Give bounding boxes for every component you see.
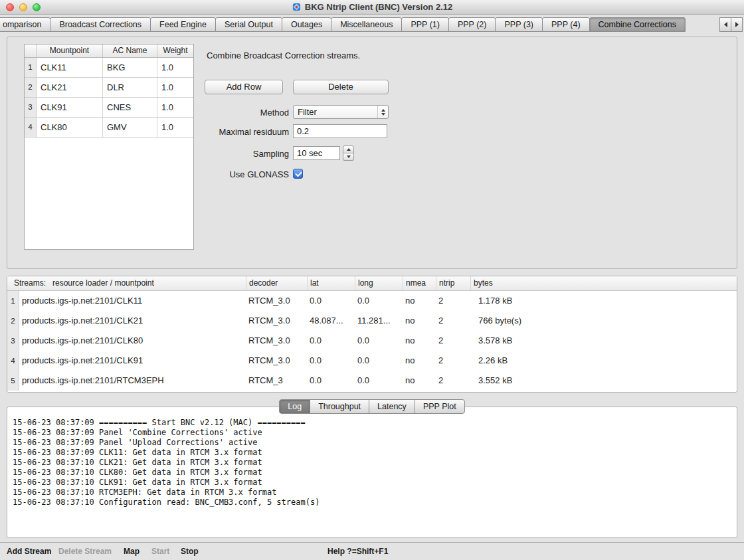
- stream-ntrip-cell: 2: [436, 351, 470, 371]
- log-line: 15-06-23 08:37:09 Panel 'Combine Correct…: [13, 428, 731, 438]
- app-icon: [292, 2, 302, 12]
- close-window-button[interactable]: [6, 3, 14, 11]
- stream-decoder-cell: RTCM_3: [246, 371, 307, 391]
- spin-up-button[interactable]: [343, 145, 354, 153]
- mountpoint-table-body: 1 CLK11 BKG 1.0 2 CLK21 DLR 1.0 3 CLK91 …: [25, 58, 193, 138]
- column-header-bytes[interactable]: bytes: [471, 276, 737, 290]
- column-header-lat[interactable]: lat: [308, 276, 355, 290]
- method-selected-value: Filter: [294, 107, 377, 117]
- log-line: 15-06-23 08:37:10 RTCM3EPH: Get data in …: [13, 488, 731, 498]
- weight-cell: 1.0: [157, 98, 193, 117]
- delete-stream-button: Delete Stream: [58, 543, 112, 560]
- tab-ppp-1[interactable]: PPP (1): [401, 17, 449, 32]
- stream-nmea-cell: no: [403, 371, 436, 391]
- tab-latency[interactable]: Latency: [369, 399, 415, 414]
- corner-header: [25, 45, 37, 57]
- stream-mountpoint-cell: products.igs-ip.net:2101/CLK80: [19, 331, 246, 351]
- row-number: 2: [25, 78, 37, 97]
- tab-ppp-plot[interactable]: PPP Plot: [415, 399, 465, 414]
- column-header-ac-name[interactable]: AC Name: [103, 45, 157, 57]
- spin-down-button[interactable]: [343, 153, 354, 161]
- stream-bytes-cell: 1.178 kB: [470, 291, 737, 311]
- table-row[interactable]: 1 products.igs-ip.net:2101/CLK11 RTCM_3.…: [7, 291, 737, 311]
- row-number: 3: [25, 98, 37, 117]
- column-header-decoder[interactable]: decoder: [246, 276, 308, 290]
- stream-bytes-cell: 766 byte(s): [470, 311, 737, 331]
- use-glonass-checkbox[interactable]: [293, 169, 303, 179]
- column-header-mountpoint[interactable]: Mountpoint: [37, 45, 103, 57]
- delete-button[interactable]: Delete: [293, 80, 389, 94]
- stream-nmea-cell: no: [403, 311, 436, 331]
- ac-name-cell: BKG: [103, 58, 157, 77]
- table-row[interactable]: 4 products.igs-ip.net:2101/CLK91 RTCM_3.…: [7, 351, 737, 371]
- tab-ppp-3[interactable]: PPP (3): [495, 17, 543, 32]
- mountpoint-cell: CLK91: [37, 98, 103, 117]
- table-row[interactable]: 5 products.igs-ip.net:2101/RTCM3EPH RTCM…: [7, 371, 737, 391]
- panel-description: Combine Broadcast Correction streams.: [207, 50, 360, 60]
- row-number: 1: [7, 291, 19, 311]
- mountpoint-table-header: Mountpoint AC Name Weight: [25, 45, 193, 58]
- zoom-window-button[interactable]: [33, 3, 41, 11]
- table-row[interactable]: 2 products.igs-ip.net:2101/CLK21 RTCM_3.…: [7, 311, 737, 331]
- sampling-label: Sampling: [205, 147, 289, 161]
- table-row[interactable]: 3 products.igs-ip.net:2101/CLK80 RTCM_3.…: [7, 331, 737, 351]
- tab-combine-corrections[interactable]: Combine Corrections: [589, 17, 686, 32]
- tab-miscellaneous[interactable]: Miscellaneous: [331, 17, 402, 32]
- log-line: 15-06-23 08:37:10 Configuration read: BN…: [13, 498, 731, 508]
- streams-table-body: 1 products.igs-ip.net:2101/CLK11 RTCM_3.…: [7, 291, 737, 391]
- table-row[interactable]: 4 CLK80 GMV 1.0: [25, 118, 193, 138]
- table-row[interactable]: 2 CLK21 DLR 1.0: [25, 78, 193, 98]
- sampling-input[interactable]: [293, 146, 340, 160]
- stream-decoder-cell: RTCM_3.0: [246, 311, 307, 331]
- ac-name-cell: GMV: [103, 118, 157, 137]
- column-header-ntrip[interactable]: ntrip: [436, 276, 471, 290]
- method-label: Method: [205, 106, 289, 120]
- stream-long-cell: 0.0: [355, 331, 403, 351]
- add-stream-button[interactable]: Add Stream: [7, 543, 51, 560]
- log-line: 15-06-23 08:37:09 CLK11: Get data in RTC…: [13, 448, 731, 458]
- map-button[interactable]: Map: [124, 543, 140, 560]
- stream-decoder-cell: RTCM_3.0: [246, 331, 307, 351]
- tab-scroll-left-button[interactable]: [719, 17, 731, 32]
- spin-up-icon: [347, 148, 351, 151]
- mountpoint-cell: CLK21: [37, 78, 103, 97]
- maximal-residuum-label: Maximal residuum: [205, 125, 289, 139]
- tab-broadcast-corrections[interactable]: Broadcast Corrections: [50, 17, 151, 32]
- help-shortcut-label: Help ?=Shift+F1: [327, 543, 388, 560]
- tab-serial-output[interactable]: Serial Output: [215, 17, 282, 32]
- tab-outages[interactable]: Outages: [282, 17, 331, 32]
- stream-mountpoint-cell: products.igs-ip.net:2101/CLK21: [19, 311, 246, 331]
- column-header-nmea[interactable]: nmea: [403, 276, 436, 290]
- scroll-right-icon: [735, 22, 739, 27]
- stream-long-cell: 0.0: [355, 351, 403, 371]
- stream-mountpoint-cell: products.igs-ip.net:2101/CLK91: [19, 351, 246, 371]
- log-line: 15-06-23 08:37:10 CLK80: Get data in RTC…: [13, 468, 731, 478]
- tab-scroll-right-button[interactable]: [731, 17, 743, 32]
- tab-ppp-2[interactable]: PPP (2): [448, 17, 496, 32]
- tab-feed-engine[interactable]: Feed Engine: [150, 17, 216, 32]
- spin-down-icon: [347, 155, 351, 158]
- main-tabbar: omparison Broadcast Corrections Feed Eng…: [0, 15, 744, 37]
- stream-nmea-cell: no: [403, 291, 436, 311]
- stop-button[interactable]: Stop: [181, 543, 199, 560]
- row-number: 3: [7, 331, 19, 351]
- maximal-residuum-input[interactable]: [293, 124, 387, 138]
- minimize-window-button[interactable]: [19, 3, 27, 11]
- tab-clock-comparison[interactable]: omparison: [0, 17, 50, 32]
- method-select[interactable]: Filter: [293, 105, 389, 119]
- stream-decoder-cell: RTCM_3.0: [246, 291, 307, 311]
- window-controls: [6, 3, 41, 11]
- tab-log[interactable]: Log: [279, 399, 310, 414]
- table-row[interactable]: 3 CLK91 CNES 1.0: [25, 98, 193, 118]
- tab-ppp-4[interactable]: PPP (4): [542, 17, 590, 32]
- table-row[interactable]: 1 CLK11 BKG 1.0: [25, 58, 193, 78]
- row-number: 2: [7, 311, 19, 331]
- tab-throughput[interactable]: Throughput: [310, 399, 369, 414]
- column-header-weight[interactable]: Weight: [157, 45, 193, 57]
- row-number: 1: [25, 58, 37, 77]
- column-header-long[interactable]: long: [355, 276, 403, 290]
- log-output[interactable]: 15-06-23 08:37:09 ========== Start BNC v…: [13, 418, 731, 533]
- ac-name-cell: DLR: [103, 78, 157, 97]
- add-row-button[interactable]: Add Row: [205, 80, 283, 94]
- column-header-streams-mountpoint[interactable]: Streams: resource loader / mountpoint: [7, 276, 246, 290]
